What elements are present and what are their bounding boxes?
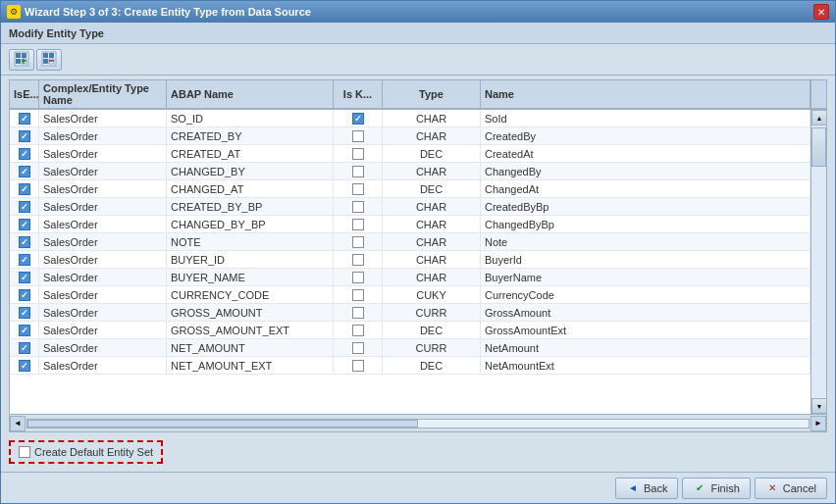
ise-cell[interactable] bbox=[10, 304, 39, 321]
ise-cell[interactable] bbox=[10, 145, 39, 162]
table-row: SalesOrderNET_AMOUNT_EXTDECNetAmountExt bbox=[10, 357, 810, 375]
isk-cell[interactable] bbox=[334, 322, 383, 338]
finish-button[interactable]: ✔ Finish bbox=[682, 478, 750, 499]
isk-cell[interactable] bbox=[334, 216, 383, 232]
scroll-up-button[interactable]: ▲ bbox=[811, 110, 826, 126]
isk-checkbox[interactable] bbox=[352, 307, 364, 319]
isk-cell[interactable] bbox=[334, 269, 383, 285]
name-cell: ChangedByBp bbox=[481, 216, 810, 232]
ise-cell[interactable] bbox=[10, 163, 39, 179]
ise-cell[interactable] bbox=[10, 216, 39, 232]
isk-cell[interactable] bbox=[334, 180, 383, 197]
isk-cell[interactable] bbox=[334, 357, 383, 374]
ise-cell[interactable] bbox=[10, 251, 39, 268]
scroll-down-button[interactable]: ▼ bbox=[811, 398, 826, 414]
isk-cell[interactable] bbox=[334, 163, 383, 179]
finish-label: Finish bbox=[710, 482, 739, 494]
type-cell: CHAR bbox=[383, 110, 481, 126]
section-header: Modify Entity Type bbox=[1, 23, 835, 44]
isk-checkbox[interactable] bbox=[352, 113, 364, 125]
ise-checkbox[interactable] bbox=[19, 342, 30, 354]
close-button[interactable]: ✕ bbox=[813, 4, 829, 20]
ise-cell[interactable] bbox=[10, 286, 39, 303]
ise-cell[interactable] bbox=[10, 180, 39, 197]
isk-cell[interactable] bbox=[334, 127, 383, 144]
isk-cell[interactable] bbox=[334, 304, 383, 321]
isk-checkbox[interactable] bbox=[352, 325, 364, 336]
ise-checkbox[interactable] bbox=[19, 325, 30, 336]
table-row: SalesOrderCHANGED_BYCHARChangedBy bbox=[10, 163, 810, 180]
isk-checkbox[interactable] bbox=[352, 201, 364, 213]
add-row-button[interactable] bbox=[9, 49, 34, 71]
hscroll-track[interactable] bbox=[26, 419, 810, 428]
ise-checkbox[interactable] bbox=[19, 236, 30, 248]
entity-cell: SalesOrder bbox=[39, 339, 167, 356]
isk-checkbox[interactable] bbox=[352, 219, 364, 230]
hscroll-right-button[interactable]: ► bbox=[810, 416, 826, 431]
isk-checkbox[interactable] bbox=[352, 183, 364, 195]
isk-cell[interactable] bbox=[334, 198, 383, 215]
isk-cell[interactable] bbox=[334, 286, 383, 303]
ise-checkbox[interactable] bbox=[19, 148, 30, 160]
entity-cell: SalesOrder bbox=[39, 269, 167, 285]
entity-cell: SalesOrder bbox=[39, 163, 167, 179]
cancel-button[interactable]: ✕ Cancel bbox=[755, 478, 827, 499]
isk-checkbox[interactable] bbox=[352, 236, 364, 248]
isk-checkbox[interactable] bbox=[352, 254, 364, 266]
abap-cell: NET_AMOUNT bbox=[167, 339, 334, 356]
scroll-thumb[interactable] bbox=[811, 127, 826, 167]
type-cell: CHAR bbox=[383, 216, 481, 232]
name-cell: GrossAmount bbox=[481, 304, 810, 321]
vertical-scrollbar[interactable]: ▲ ▼ bbox=[810, 110, 826, 414]
isk-checkbox[interactable] bbox=[352, 360, 364, 372]
isk-cell[interactable] bbox=[334, 110, 383, 126]
ise-checkbox[interactable] bbox=[19, 113, 30, 125]
isk-checkbox[interactable] bbox=[352, 272, 364, 283]
isk-checkbox[interactable] bbox=[352, 342, 364, 354]
ise-cell[interactable] bbox=[10, 339, 39, 356]
isk-cell[interactable] bbox=[334, 145, 383, 162]
horizontal-scrollbar[interactable]: ◄ ► bbox=[10, 414, 826, 431]
isk-cell[interactable] bbox=[334, 339, 383, 356]
create-default-checkbox[interactable] bbox=[19, 446, 30, 458]
footer: ◄ Back ✔ Finish ✕ Cancel bbox=[1, 472, 835, 503]
isk-checkbox[interactable] bbox=[352, 130, 364, 142]
ise-checkbox[interactable] bbox=[19, 254, 30, 266]
ise-checkbox[interactable] bbox=[19, 201, 30, 213]
remove-row-button[interactable] bbox=[36, 49, 62, 71]
type-cell: DEC bbox=[383, 145, 481, 162]
col-header-ise: IsE... bbox=[10, 80, 39, 108]
entity-cell: SalesOrder bbox=[39, 127, 167, 144]
ise-cell[interactable] bbox=[10, 110, 39, 126]
hscroll-left-button[interactable]: ◄ bbox=[10, 416, 26, 431]
hscroll-thumb[interactable] bbox=[27, 420, 418, 428]
entity-cell: SalesOrder bbox=[39, 110, 167, 126]
ise-checkbox[interactable] bbox=[19, 307, 30, 319]
ise-cell[interactable] bbox=[10, 198, 39, 215]
isk-checkbox[interactable] bbox=[352, 289, 364, 301]
isk-cell[interactable] bbox=[334, 233, 383, 250]
name-cell: CreatedBy bbox=[481, 127, 810, 144]
scroll-track[interactable] bbox=[811, 126, 826, 398]
ise-cell[interactable] bbox=[10, 269, 39, 285]
ise-checkbox[interactable] bbox=[19, 130, 30, 142]
abap-cell: CHANGED_AT bbox=[167, 180, 334, 197]
ise-checkbox[interactable] bbox=[19, 289, 30, 301]
ise-checkbox[interactable] bbox=[19, 360, 30, 372]
ise-checkbox[interactable] bbox=[19, 166, 30, 177]
ise-cell[interactable] bbox=[10, 127, 39, 144]
table-row: SalesOrderCREATED_ATDECCreatedAt bbox=[10, 145, 810, 163]
isk-cell[interactable] bbox=[334, 251, 383, 268]
back-button[interactable]: ◄ Back bbox=[615, 478, 678, 499]
isk-checkbox[interactable] bbox=[352, 166, 364, 177]
ise-cell[interactable] bbox=[10, 233, 39, 250]
abap-cell: GROSS_AMOUNT_EXT bbox=[167, 322, 334, 338]
table-row: SalesOrderCHANGED_BY_BPCHARChangedByBp bbox=[10, 216, 810, 233]
ise-checkbox[interactable] bbox=[19, 272, 30, 283]
ise-cell[interactable] bbox=[10, 322, 39, 338]
ise-checkbox[interactable] bbox=[19, 219, 30, 230]
type-cell: DEC bbox=[383, 180, 481, 197]
ise-checkbox[interactable] bbox=[19, 183, 30, 195]
isk-checkbox[interactable] bbox=[352, 148, 364, 160]
ise-cell[interactable] bbox=[10, 357, 39, 374]
